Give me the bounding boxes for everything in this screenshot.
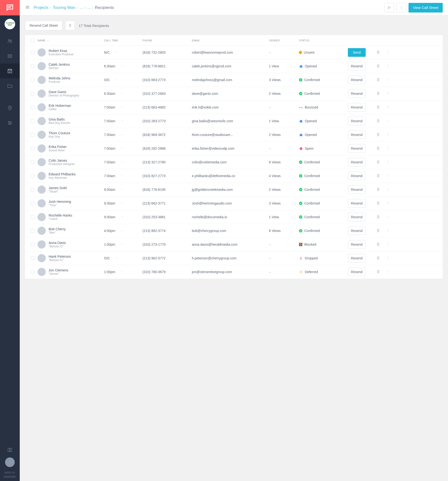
resend-button[interactable]: Resend [348,254,366,263]
trash-icon[interactable] [376,242,380,247]
nav-list[interactable] [0,49,20,64]
row-checkbox[interactable] [30,78,34,82]
recipient-name[interactable]: Caleb Jenkins [49,63,70,66]
row-checkbox[interactable] [30,242,34,246]
resend-button[interactable]: Resend [348,158,366,166]
chevron-down-icon[interactable] [121,242,123,246]
row-checkbox[interactable] [30,270,34,274]
more-icon[interactable] [386,119,390,123]
resend-button[interactable]: Resend [348,226,366,235]
more-icon[interactable] [386,105,390,110]
nav-people[interactable] [0,34,20,49]
row-checkbox[interactable] [30,201,34,205]
row-checkbox[interactable] [30,92,34,96]
recipient-name[interactable]: Edward Philbanks [49,172,76,176]
crumb-project[interactable]: Touring Man [53,5,75,10]
row-checkbox[interactable] [30,256,34,260]
more-menu-button[interactable] [396,3,406,13]
chevron-down-icon[interactable] [115,51,118,54]
recipient-name[interactable]: Hank Peterson [49,255,71,258]
recipient-name[interactable]: Erika Fisher [49,145,67,149]
more-icon[interactable] [386,50,390,55]
more-icon[interactable] [386,270,390,274]
crumb-projects[interactable]: Projects [34,5,48,10]
recipient-name[interactable]: Gina Bailis [49,117,70,121]
more-icon[interactable] [386,215,390,219]
resend-button[interactable]: Resend [348,103,366,112]
chevron-down-icon[interactable] [121,147,123,150]
row-checkbox[interactable] [30,64,34,68]
resend-button[interactable]: Resend [348,75,366,84]
row-checkbox[interactable] [30,229,34,233]
row-checkbox[interactable] [30,119,34,123]
recipient-name[interactable]: Robert Kiraz [49,49,74,53]
chevron-down-icon[interactable] [121,133,123,137]
crumb-ellipsis[interactable]: ... [87,5,91,10]
row-checkbox[interactable] [30,133,34,137]
chevron-down-icon[interactable] [115,78,118,82]
trash-icon[interactable] [376,256,380,261]
trash-icon[interactable] [376,201,380,206]
more-icon[interactable] [386,91,390,96]
nav-book[interactable] [0,443,20,458]
nav-calendar[interactable] [0,64,20,78]
chevron-down-icon[interactable] [121,270,123,274]
nav-location[interactable] [0,101,20,115]
resend-button[interactable]: Resend [348,240,366,249]
hamburger-icon[interactable] [25,5,30,10]
more-icon[interactable] [386,64,390,68]
row-checkbox[interactable] [30,215,34,219]
trash-icon[interactable] [376,105,380,110]
recipient-name[interactable]: Dave Gantz [49,90,79,94]
more-icon[interactable] [386,174,390,178]
chevron-down-icon[interactable] [121,92,123,96]
app-logo[interactable] [0,0,20,15]
more-icon[interactable] [386,133,390,137]
row-checkbox[interactable] [30,174,34,178]
trash-icon[interactable] [376,50,380,55]
row-checkbox[interactable] [30,188,34,192]
user-avatar[interactable] [5,458,15,467]
recipient-name[interactable]: Rochelle Hanks [49,213,72,217]
chevron-down-icon[interactable] [121,105,123,109]
row-checkbox[interactable] [30,51,34,54]
resend-button[interactable]: Resend [348,185,366,194]
more-icon[interactable] [386,146,390,151]
chevron-down-icon[interactable] [121,215,123,219]
col-email[interactable]: EMAIL [192,39,200,42]
more-icon[interactable] [386,188,390,192]
col-status[interactable]: STATUS [299,39,310,42]
row-checkbox[interactable] [30,160,34,164]
more-icon[interactable] [386,229,390,233]
chevron-down-icon[interactable] [121,188,123,192]
more-icon[interactable] [386,256,390,261]
row-checkbox[interactable] [30,105,34,109]
recipient-name[interactable]: Erik Hoberman [49,104,71,108]
resend-button[interactable]: Resend [348,213,366,221]
trash-icon[interactable] [376,77,380,83]
trash-icon[interactable] [376,228,380,233]
recipient-name[interactable]: Thom Couture [49,131,70,135]
delete-selected-button[interactable] [65,21,75,30]
resend-button[interactable]: Resend [348,199,366,208]
sort-icon[interactable]: ↑↓ [47,39,50,42]
col-viewed[interactable]: VIEWED [269,39,280,42]
more-icon[interactable] [386,160,390,165]
chevron-down-icon[interactable] [121,174,123,178]
recipient-name[interactable]: Melinda Johns [49,76,70,80]
chevron-down-icon[interactable] [121,160,123,164]
recipient-name[interactable]: Anna Davis [49,241,66,245]
trash-icon[interactable] [376,160,380,165]
chevron-down-icon[interactable] [121,229,123,233]
more-icon[interactable] [386,201,390,206]
view-call-sheet-button[interactable]: View Call Sheet [409,3,443,13]
made-by-link[interactable]: Leanometry [4,474,16,478]
trash-icon[interactable] [376,91,380,96]
more-icon[interactable] [386,78,390,82]
resend-button[interactable]: Resend [348,89,366,98]
trash-icon[interactable] [376,270,380,275]
nav-folder[interactable] [0,78,20,93]
chevron-down-icon[interactable] [121,64,123,68]
trash-icon[interactable] [376,146,380,151]
chevron-down-icon[interactable] [121,119,123,123]
